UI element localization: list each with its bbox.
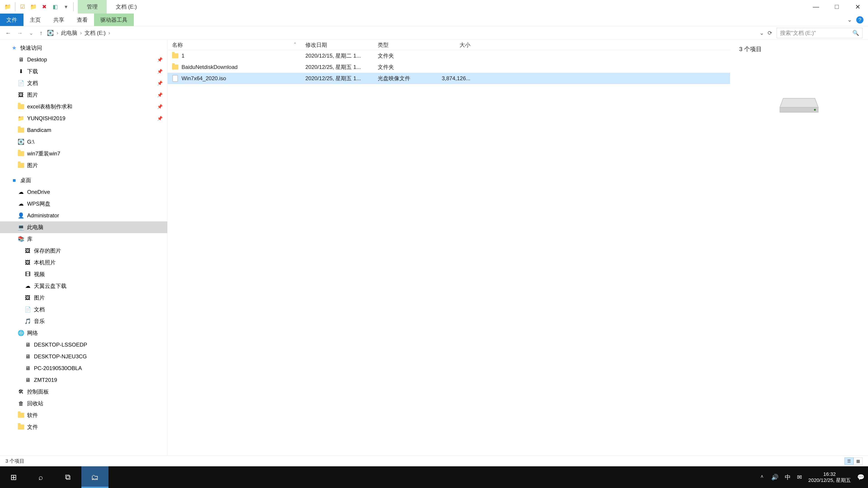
tree-item[interactable]: Bandicam [0,124,167,136]
breadcrumb-item[interactable]: 此电脑 [61,29,77,37]
details-view-button[interactable]: ☰ [844,457,854,465]
tree-item[interactable]: 文件 [0,421,167,433]
back-button[interactable]: ← [5,30,11,36]
taskbar-start-button[interactable]: ⊞ [0,466,27,488]
tree-item[interactable]: win7重装win7 [0,148,167,160]
tree-item[interactable]: 🖼图片📌 [0,89,167,101]
tree-item[interactable]: 图片 [0,160,167,171]
contextual-tab-label: 管理 [78,0,107,13]
tree-item[interactable]: 软件 [0,410,167,421]
tab-file[interactable]: 文件 [0,13,24,26]
ime-icon[interactable]: 中 [785,473,791,481]
tree-label: 库 [27,235,33,242]
tree-label: 图片 [27,162,38,169]
search-input[interactable]: 搜索"文档 (E:)" 🔍 [777,28,863,38]
tree-item[interactable]: 🖥Desktop📌 [0,54,167,66]
tree-label: 图片 [34,294,45,301]
file-row[interactable]: BaiduNetdiskDownload2020/12/25, 星期五 1...… [167,61,730,73]
pin-icon: 📌 [157,92,163,98]
breadcrumb-item[interactable]: 文档 (E:) [85,29,105,37]
breadcrumb[interactable]: 💽 › 此电脑 › 文档 (E:) › [47,29,755,37]
maximize-button[interactable]: □ [827,0,847,13]
minimize-button[interactable]: — [806,0,827,13]
col-type[interactable]: 类型 [373,41,432,48]
close-button[interactable]: ✕ [847,0,868,13]
tree-item[interactable]: 🗑回收站 [0,398,167,410]
tree-item[interactable]: 🌐网络 [0,327,167,339]
tree-item[interactable]: 🎞视频 [0,268,167,280]
file-row[interactable]: 12020/12/15, 星期二 1...文件夹 [167,50,730,61]
mail-icon[interactable]: ✉ [797,474,802,481]
taskbar-taskview-button[interactable]: ⧉ [54,466,81,488]
system-tray: ＾ 🔊 中 ✉ 16:32 2020/12/25, 星期五 💬 [759,471,868,484]
col-size[interactable]: 大小 [432,41,475,48]
tree-group-header[interactable]: ■桌面 [0,174,167,186]
tree-item[interactable]: excel表格制作求和📌 [0,101,167,112]
tab-share[interactable]: 共享 [47,13,70,26]
refresh-icon[interactable]: ⟳ [768,30,772,36]
tree-item[interactable]: 👤Administrator [0,210,167,221]
qat-rename-icon[interactable]: ◧ [50,2,60,12]
ribbon-collapse-icon[interactable]: ⌄ [847,16,852,23]
qat-new-folder-icon[interactable]: 📁 [29,2,38,12]
tree-item[interactable]: ☁OneDrive [0,186,167,198]
address-dropdown-icon[interactable]: ⌄ [760,30,764,36]
help-icon[interactable]: ? [856,16,864,24]
folder-icon [18,104,24,109]
address-bar: ← → ⌄ ↑ 💽 › 此电脑 › 文档 (E:) › ⌄ ⟳ 搜索"文档 (E… [0,26,868,40]
preview-summary: 3 个项目 [739,45,859,53]
ribbon-tabs: 文件 主页 共享 查看 驱动器工具 ⌄ ? [0,13,868,26]
thumbnails-view-button[interactable]: ▦ [854,457,863,465]
chevron-right-icon[interactable]: › [108,30,110,36]
chevron-right-icon[interactable]: › [80,30,82,36]
notifications-icon[interactable]: 💬 [857,474,864,481]
tree-item[interactable]: 💻此电脑 [0,221,167,233]
col-date[interactable]: 修改日期 [301,41,373,48]
tree-group-header[interactable]: ★快速访问 [0,42,167,54]
chevron-right-icon[interactable]: › [57,30,58,36]
tree-item[interactable]: ☁WPS网盘 [0,198,167,210]
tree-item[interactable]: 🖥DESKTOP-LSSOEDP [0,339,167,351]
col-name[interactable]: 名称˄ [167,41,301,48]
file-row[interactable]: Win7x64_2020.iso2020/12/25, 星期五 1...光盘映像… [167,73,730,84]
clock[interactable]: 16:32 2020/12/25, 星期五 [808,471,851,484]
tree-item[interactable]: 🖼图片 [0,292,167,304]
file-type: 文件夹 [373,64,432,71]
column-headers[interactable]: 名称˄ 修改日期 类型 大小 [167,40,730,50]
tree-item[interactable]: 🖼本机照片 [0,257,167,268]
forward-button[interactable]: → [17,30,23,36]
qat-properties-icon[interactable]: ☑ [18,2,28,12]
tree-item[interactable]: 📄文档 [0,304,167,315]
tree-item[interactable]: 🖥ZMT2019 [0,374,167,386]
tree-item[interactable]: ⬇下载📌 [0,66,167,77]
navigation-tree[interactable]: ★快速访问🖥Desktop📌⬇下载📌📄文档📌🖼图片📌excel表格制作求和📌📁Y… [0,40,167,455]
taskbar-explorer-button[interactable]: 🗂 [81,466,108,488]
file-type: 光盘映像文件 [373,75,432,82]
window-title: 文档 (E:) [107,3,146,10]
pic-icon: 🖼 [24,295,31,301]
tab-view[interactable]: 查看 [70,13,94,26]
qat-delete-icon[interactable]: ✖ [39,2,49,12]
tree-item[interactable]: 🖥PC-20190530OBLA [0,362,167,374]
taskbar-search-button[interactable]: ⌕ [27,466,54,488]
tree-item[interactable]: 💽G:\ [0,136,167,148]
tree-item[interactable]: 🖼保存的图片 [0,245,167,257]
recent-dropdown-icon[interactable]: ⌄ [29,30,33,36]
volume-icon[interactable]: 🔊 [771,474,778,481]
tree-item[interactable]: 📁YUNQISHI2019📌 [0,112,167,124]
search-icon[interactable]: 🔍 [852,30,859,36]
tray-chevron-icon[interactable]: ＾ [759,473,765,481]
tree-label: Bandicam [27,127,51,133]
qat-dropdown-icon[interactable]: ▾ [61,2,71,12]
bin-icon: 🗑 [18,400,24,407]
tab-home[interactable]: 主页 [24,13,47,26]
tab-drive-tools[interactable]: 驱动器工具 [94,13,134,26]
tree-item[interactable]: 🖥DESKTOP-NJEU3CG [0,351,167,362]
tree-item[interactable]: 🎵音乐 [0,315,167,327]
tree-item[interactable]: 📄文档📌 [0,77,167,89]
tree-item[interactable]: 🛠控制面板 [0,386,167,398]
tree-item[interactable]: ☁天翼云盘下载 [0,280,167,292]
pic-icon: 🖼 [24,259,31,266]
tree-item[interactable]: 📚库 [0,233,167,245]
up-button[interactable]: ↑ [40,30,42,36]
